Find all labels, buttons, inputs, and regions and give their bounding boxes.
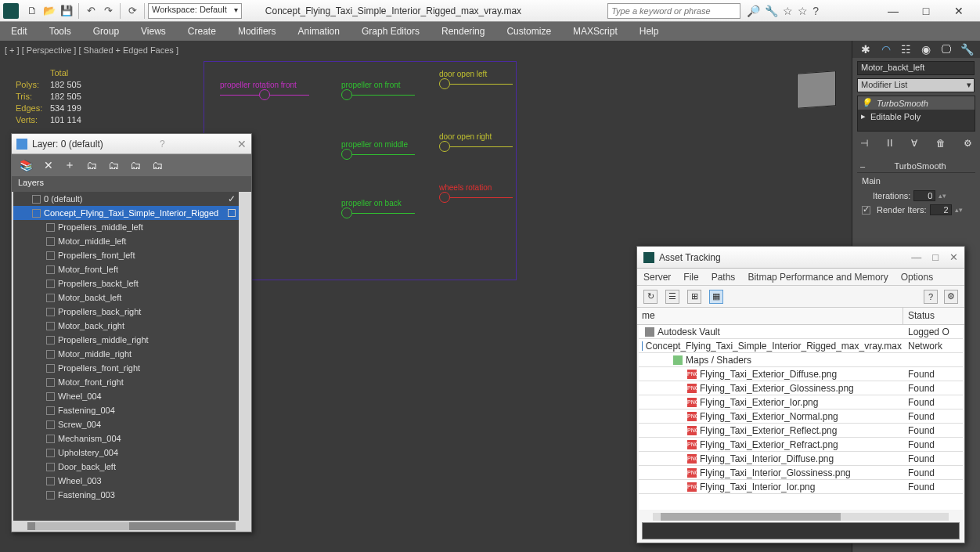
layer-item[interactable]: Fastening_003	[13, 488, 239, 502]
asset-row[interactable]: PNGFlying_Taxi_Exterior_Diffuse.pngFound	[639, 367, 963, 381]
spinner-icon[interactable]: ▴▾	[955, 206, 963, 214]
open-icon[interactable]: 📂	[42, 4, 56, 18]
asset-row[interactable]: PNGFlying_Taxi_Exterior_Refract.pngFound	[639, 438, 963, 452]
object-name-input[interactable]: Motor_backt_left	[857, 61, 975, 75]
asset-row[interactable]: Autodesk VaultLogged O	[639, 325, 963, 339]
show-icon[interactable]: ⅠⅠ	[887, 138, 893, 149]
motion-tab-icon[interactable]: ◉	[918, 43, 934, 56]
iterations-input[interactable]: 0	[913, 190, 935, 201]
menu-group[interactable]: Group	[93, 26, 119, 37]
layer-item[interactable]: Propellers_middle_left	[13, 220, 239, 234]
menu-graph-editors[interactable]: Graph Editors	[362, 26, 420, 37]
asset-close-icon[interactable]: ✕	[949, 251, 958, 263]
asset-col-status[interactable]: Status	[903, 308, 964, 324]
asset-row[interactable]: PNGFlying_Taxi_Exterior_Ior.pngFound	[639, 395, 963, 409]
layer-item[interactable]: Wheel_004	[13, 389, 239, 403]
spinner-icon[interactable]: ▴▾	[939, 192, 946, 200]
menu-tools[interactable]: Tools	[49, 26, 71, 37]
layer-item[interactable]: Fastening_004	[13, 403, 239, 417]
search-input[interactable]	[607, 3, 740, 19]
asset-row[interactable]: PNGFlying_Taxi_Interior_Glossiness.pngFo…	[639, 466, 963, 480]
asset-row[interactable]: PNGFlying_Taxi_Interior_Ior.pngFound	[639, 480, 963, 494]
viewport-label[interactable]: [ + ] [ Perspective ] [ Shaded + Edged F…	[5, 45, 178, 55]
highlight-icon[interactable]: 🗂	[108, 159, 119, 171]
hierarchy-tab-icon[interactable]: ☷	[899, 43, 914, 56]
star-icon[interactable]: ☆	[783, 5, 793, 17]
asset-menu-server[interactable]: Server	[643, 272, 671, 283]
star2-icon[interactable]: ☆	[798, 5, 808, 17]
layer-item[interactable]: Motor_middle_right	[13, 347, 239, 361]
new-layer-icon[interactable]: 📚	[20, 159, 33, 171]
rollout-title[interactable]: TurboSmooth	[894, 161, 946, 171]
modify-tab-icon[interactable]: ◠	[878, 43, 894, 56]
menu-views[interactable]: Views	[141, 26, 166, 37]
hide-icon[interactable]: 🗂	[130, 159, 141, 171]
refresh-icon[interactable]: ↻	[643, 290, 658, 304]
modifier-stack[interactable]: 💡TurboSmooth▸Editable Poly	[857, 96, 975, 132]
layer-help-icon[interactable]: ?	[160, 139, 165, 150]
asset-menu-file[interactable]: File	[683, 272, 698, 283]
menu-rendering[interactable]: Rendering	[441, 26, 485, 37]
modifier-editable-poly[interactable]: ▸Editable Poly	[858, 110, 975, 123]
modifier-list-select[interactable]: Modifier List	[857, 78, 975, 92]
layer-hscroll[interactable]	[27, 522, 236, 530]
layer-item[interactable]: Propellers_back_right	[13, 305, 239, 319]
asset-row[interactable]: PNGFlying_Taxi_Interior_Diffuse.pngFound	[639, 452, 963, 466]
layer-item[interactable]: Propellers_backt_left	[13, 276, 239, 290]
layer-item[interactable]: Door_back_left	[13, 460, 239, 474]
asset-row[interactable]: PNGFlying_Taxi_Exterior_Reflect.pngFound	[639, 424, 963, 438]
utilities-tab-icon[interactable]: 🔧	[959, 43, 975, 56]
layer-item[interactable]: Motor_backt_left	[13, 290, 239, 305]
minimize-button[interactable]: —	[881, 5, 905, 17]
settings-icon[interactable]: ⚙	[944, 290, 958, 304]
delete-layer-icon[interactable]: ✕	[44, 159, 53, 171]
layer-item[interactable]: 0 (default)✓	[13, 192, 239, 206]
list-icon[interactable]: ☰	[665, 290, 679, 304]
layer-item[interactable]: Mechanism_004	[13, 431, 239, 446]
layer-titlebar[interactable]: Layer: 0 (default) ? ✕	[12, 134, 251, 154]
layer-item[interactable]: Wheel_003	[13, 474, 239, 488]
asset-menu-bitmap-performance-and-memory[interactable]: Bitmap Performance and Memory	[748, 272, 888, 283]
redo-icon[interactable]: ↷	[101, 4, 115, 18]
menu-animation[interactable]: Animation	[298, 26, 340, 37]
layer-item[interactable]: Motor_front_right	[13, 375, 239, 389]
display-tab-icon[interactable]: 🖵	[939, 43, 954, 56]
menu-create[interactable]: Create	[188, 26, 216, 37]
table-icon[interactable]: ▦	[709, 290, 723, 304]
modifier-turbosmooth[interactable]: 💡TurboSmooth	[858, 96, 975, 110]
layer-item[interactable]: Propellers_front_right	[13, 361, 239, 375]
menu-modifiers[interactable]: Modifiers	[238, 26, 276, 37]
tree-icon[interactable]: ⊞	[687, 290, 701, 304]
asset-list[interactable]: Autodesk VaultLogged OConcept_Flying_Tax…	[639, 325, 963, 510]
link-icon[interactable]: ⟳	[125, 4, 139, 18]
save-icon[interactable]: 💾	[59, 4, 74, 18]
layer-item[interactable]: Motor_back_right	[13, 319, 239, 333]
new-icon[interactable]: 🗋	[25, 4, 39, 18]
asset-maximize-icon[interactable]: □	[932, 251, 939, 263]
layer-item[interactable]: Propellers_middle_right	[13, 333, 239, 347]
asset-command-input[interactable]	[642, 522, 960, 539]
menu-maxscript[interactable]: MAXScript	[573, 26, 618, 37]
asset-row[interactable]: PNGFlying_Taxi_Exterior_Normal.pngFound	[639, 409, 963, 424]
layer-list[interactable]: 0 (default)✓Concept_Flying_Taxi_Simple_I…	[13, 192, 239, 521]
menu-help[interactable]: Help	[640, 26, 659, 37]
help-icon[interactable]: ?	[812, 5, 819, 17]
menu-edit[interactable]: Edit	[11, 26, 27, 37]
menu-customize[interactable]: Customize	[506, 26, 551, 37]
add-layer-icon[interactable]: ＋	[64, 158, 75, 172]
pin-icon[interactable]: ⊣	[860, 138, 868, 149]
asset-hscroll[interactable]	[653, 513, 949, 521]
layer-item[interactable]: Upholstery_004	[13, 446, 239, 460]
layer-item[interactable]: Concept_Flying_Taxi_Simple_Interior_Rigg…	[13, 206, 239, 220]
select-icon[interactable]: 🗂	[86, 159, 97, 171]
binoculars-icon[interactable]: 🔎	[747, 5, 760, 17]
wrench-icon[interactable]: 🔧	[765, 5, 778, 17]
config-icon[interactable]: ⚙	[964, 138, 972, 149]
asset-columns[interactable]: me Status	[637, 308, 964, 325]
layer-item[interactable]: Propellers_front_left	[13, 248, 239, 262]
unique-icon[interactable]: ∀	[911, 138, 917, 149]
layer-close-icon[interactable]: ✕	[237, 138, 247, 150]
remove-icon[interactable]: 🗑	[936, 138, 946, 149]
layer-item[interactable]: Motor_middle_left	[13, 234, 239, 248]
render-iters-input[interactable]: 2	[930, 204, 952, 215]
